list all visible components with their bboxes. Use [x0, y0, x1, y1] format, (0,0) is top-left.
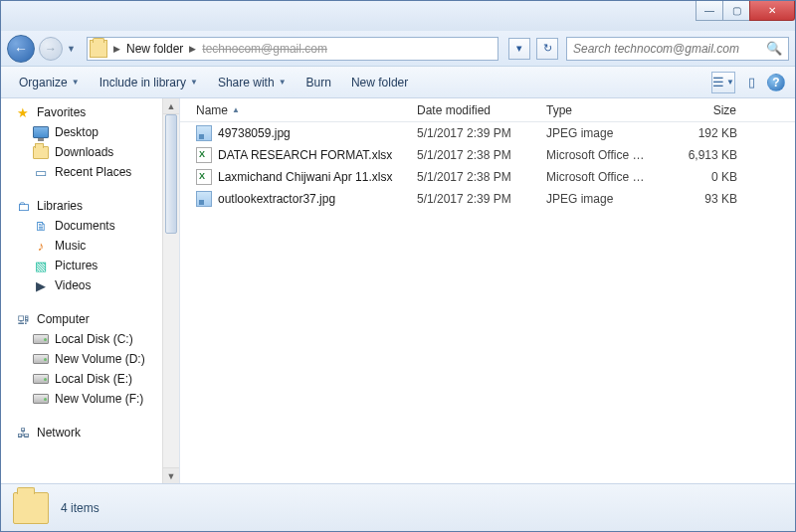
file-type: JPEG image	[538, 192, 658, 206]
file-list-pane: Name▲ Date modified Type Size 49738059.j…	[180, 98, 795, 483]
search-box[interactable]: 🔍	[566, 37, 789, 61]
folder-icon	[90, 40, 107, 58]
file-size: 0 KB	[658, 170, 745, 184]
sidebar-scrollbar[interactable]: ▲ ▼	[162, 98, 179, 483]
address-dropdown-button[interactable]: ▾	[508, 38, 530, 60]
include-library-menu[interactable]: Include in library▼	[92, 72, 206, 93]
forward-button[interactable]: →	[39, 37, 63, 61]
help-button[interactable]: ?	[767, 74, 785, 91]
file-size: 192 KB	[658, 126, 745, 140]
search-icon[interactable]: 🔍	[766, 41, 782, 56]
preview-pane-button[interactable]: ▯	[739, 72, 763, 93]
documents-icon: 🗎	[33, 218, 49, 234]
file-row[interactable]: 49738059.jpg5/1/2017 2:39 PMJPEG image19…	[180, 122, 795, 144]
file-name: outlookextractor37.jpg	[218, 192, 335, 206]
file-icon	[196, 147, 212, 163]
maximize-button[interactable]: ▢	[722, 1, 750, 21]
network-icon: 🖧	[15, 425, 31, 441]
sidebar-item-drive-d[interactable]: New Volume (D:)	[1, 349, 179, 369]
file-row[interactable]: outlookextractor37.jpg5/1/2017 2:39 PMJP…	[180, 188, 795, 210]
sidebar-item-drive-e[interactable]: Local Disk (E:)	[1, 369, 179, 389]
navigation-pane: ★Favorites Desktop Downloads ▭Recent Pla…	[1, 98, 180, 483]
status-item-count: 4 items	[61, 501, 100, 515]
breadcrumb-segment[interactable]: New folder	[122, 42, 187, 56]
pictures-icon: ▧	[33, 258, 49, 273]
file-type: JPEG image	[538, 126, 658, 140]
refresh-button[interactable]: ↻	[536, 38, 558, 60]
nav-row: ← → ▼ ▶ New folder ▶ technocom@gmail.com…	[1, 31, 795, 67]
file-icon	[196, 125, 212, 141]
new-folder-button[interactable]: New folder	[343, 72, 416, 93]
file-date: 5/1/2017 2:38 PM	[409, 170, 538, 184]
drive-icon	[33, 351, 49, 367]
sidebar-item-desktop[interactable]: Desktop	[1, 122, 179, 142]
sort-asc-icon: ▲	[232, 105, 240, 114]
file-row[interactable]: Laxmichand Chijwani Apr 11.xlsx5/1/2017 …	[180, 166, 795, 188]
sidebar-item-videos[interactable]: ▶Videos	[1, 275, 179, 295]
chevron-right-icon[interactable]: ▶	[111, 44, 122, 54]
file-date: 5/1/2017 2:38 PM	[409, 148, 538, 162]
drive-icon	[33, 371, 49, 387]
sidebar-item-recent[interactable]: ▭Recent Places	[1, 162, 179, 182]
toolbar: Organize▼ Include in library▼ Share with…	[1, 67, 795, 98]
sidebar-computer-header[interactable]: 🖳Computer	[1, 309, 179, 329]
sidebar-network-header[interactable]: 🖧Network	[1, 423, 179, 443]
file-type: Microsoft Office E...	[538, 148, 658, 162]
column-date[interactable]: Date modified	[409, 98, 538, 121]
sidebar-item-drive-c[interactable]: Local Disk (C:)	[1, 329, 179, 349]
organize-menu[interactable]: Organize▼	[11, 72, 88, 93]
scroll-up-icon[interactable]: ▲	[163, 98, 179, 114]
address-bar[interactable]: ▶ New folder ▶ technocom@gmail.com	[87, 37, 498, 61]
drive-icon	[33, 391, 49, 407]
recent-icon: ▭	[33, 164, 49, 180]
file-type: Microsoft Office E...	[538, 170, 658, 184]
file-size: 6,913 KB	[658, 148, 745, 162]
scroll-down-icon[interactable]: ▼	[163, 467, 179, 483]
file-icon	[196, 191, 212, 207]
sidebar-item-music[interactable]: ♪Music	[1, 236, 179, 256]
breadcrumb-segment-current[interactable]: technocom@gmail.com	[198, 42, 331, 56]
file-date: 5/1/2017 2:39 PM	[409, 126, 538, 140]
folder-icon	[33, 144, 49, 160]
sidebar-item-drive-f[interactable]: New Volume (F:)	[1, 389, 179, 409]
file-row[interactable]: DATA RESEARCH FORMAT.xlsx5/1/2017 2:38 P…	[180, 144, 795, 166]
videos-icon: ▶	[33, 277, 49, 293]
search-input[interactable]	[573, 42, 766, 56]
view-options-button[interactable]: ☰▼	[711, 72, 735, 93]
file-date: 5/1/2017 2:39 PM	[409, 192, 538, 206]
file-size: 93 KB	[658, 192, 745, 206]
file-name: DATA RESEARCH FORMAT.xlsx	[218, 148, 392, 162]
sidebar-favorites-header[interactable]: ★Favorites	[1, 102, 179, 122]
column-name[interactable]: Name▲	[180, 98, 409, 121]
drive-icon	[33, 331, 49, 347]
computer-icon: 🖳	[15, 311, 31, 327]
body: ★Favorites Desktop Downloads ▭Recent Pla…	[1, 98, 795, 483]
column-size[interactable]: Size	[658, 98, 745, 121]
file-list: 49738059.jpg5/1/2017 2:39 PMJPEG image19…	[180, 122, 795, 210]
libraries-icon: 🗀	[15, 198, 31, 214]
sidebar-item-documents[interactable]: 🗎Documents	[1, 216, 179, 236]
column-headers: Name▲ Date modified Type Size	[180, 98, 795, 122]
burn-button[interactable]: Burn	[298, 72, 339, 93]
file-name: 49738059.jpg	[218, 126, 291, 140]
sidebar-item-pictures[interactable]: ▧Pictures	[1, 256, 179, 275]
scrollbar-thumb[interactable]	[165, 114, 177, 234]
back-button[interactable]: ←	[7, 35, 35, 63]
star-icon: ★	[15, 104, 31, 120]
explorer-window: — ▢ ✕ ← → ▼ ▶ New folder ▶ technocom@gma…	[0, 0, 796, 532]
titlebar: — ▢ ✕	[1, 1, 795, 31]
sidebar-item-downloads[interactable]: Downloads	[1, 142, 179, 162]
file-name: Laxmichand Chijwani Apr 11.xlsx	[218, 170, 392, 184]
column-type[interactable]: Type	[538, 98, 658, 121]
file-icon	[196, 169, 212, 185]
music-icon: ♪	[33, 238, 49, 254]
nav-history-dropdown[interactable]: ▼	[67, 44, 79, 54]
status-bar: 4 items	[1, 483, 795, 531]
minimize-button[interactable]: —	[696, 1, 723, 21]
folder-icon	[13, 492, 49, 524]
desktop-icon	[33, 124, 49, 140]
share-with-menu[interactable]: Share with▼	[210, 72, 295, 93]
close-button[interactable]: ✕	[749, 1, 795, 21]
sidebar-libraries-header[interactable]: 🗀Libraries	[1, 196, 179, 216]
chevron-right-icon[interactable]: ▶	[187, 44, 198, 54]
